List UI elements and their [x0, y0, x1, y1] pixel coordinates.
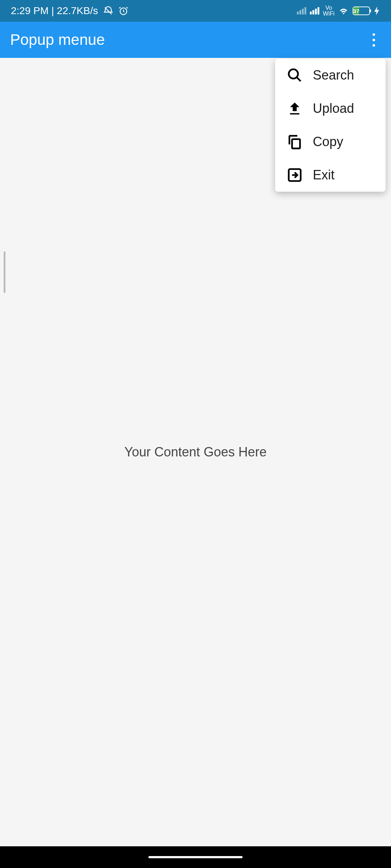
vowifi-icon: Vo WiFi: [323, 5, 335, 17]
menu-item-upload[interactable]: Upload: [275, 92, 386, 125]
svg-rect-4: [292, 139, 300, 149]
navigation-bar: [0, 846, 391, 868]
search-icon: [286, 67, 303, 84]
more-options-button[interactable]: [366, 29, 381, 51]
status-time-text: 2:29 PM | 22.7KB/s: [11, 5, 98, 17]
status-bar: 2:29 PM | 22.7KB/s Vo: [0, 0, 391, 22]
menu-label: Upload: [313, 101, 354, 116]
content-placeholder: Your Content Goes Here: [125, 444, 267, 460]
popup-menu: Search Upload Copy Exit: [275, 59, 386, 192]
charging-icon: [374, 7, 380, 15]
scroll-indicator: [4, 251, 5, 293]
status-left: 2:29 PM | 22.7KB/s: [11, 5, 129, 17]
nav-handle[interactable]: [148, 856, 243, 858]
menu-label: Copy: [313, 134, 343, 149]
svg-line-2: [297, 77, 301, 81]
menu-item-copy[interactable]: Copy: [275, 125, 386, 158]
wifi-icon: [338, 5, 349, 16]
alarm-icon: [118, 6, 129, 16]
mute-icon: [103, 6, 113, 16]
app-bar: Popup menue: [0, 22, 391, 58]
menu-item-search[interactable]: Search: [275, 59, 386, 92]
menu-label: Search: [313, 68, 354, 83]
svg-point-1: [289, 69, 298, 79]
app-title: Popup menue: [10, 31, 105, 48]
menu-label: Exit: [313, 167, 335, 183]
signal-icon-1: [297, 7, 306, 14]
signal-icon-2: [310, 7, 319, 14]
upload-icon: [286, 100, 303, 117]
status-right: Vo WiFi 37: [297, 5, 380, 17]
battery-icon: 37: [353, 7, 370, 15]
battery-level: 37: [353, 7, 359, 14]
svg-rect-3: [290, 113, 299, 115]
exit-icon: [286, 166, 303, 184]
menu-item-exit[interactable]: Exit: [275, 158, 386, 192]
copy-icon: [286, 133, 303, 150]
